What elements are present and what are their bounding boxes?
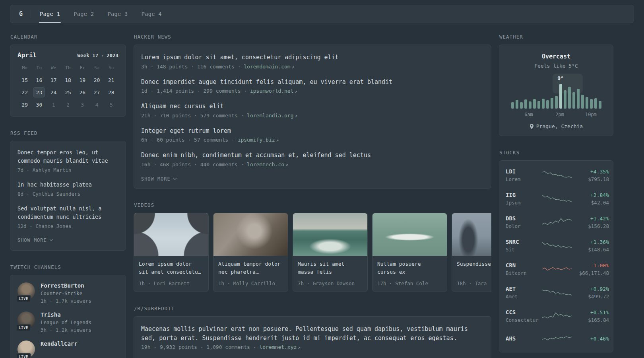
news-item-stats: 19h · 9,932 points · 1,090 comments · [141, 344, 259, 350]
stock-name: Dolor [506, 223, 540, 229]
stock-sparkline [542, 240, 572, 252]
video-title[interactable]: Nullam posuere cursus ex [372, 256, 447, 277]
left-column: CALENDAR April Week 17 • 2024 MoTuWeThFr… [10, 34, 126, 358]
stock-change: +0.51% [574, 309, 609, 315]
calendar-day-number: 28 [105, 87, 117, 97]
video-title[interactable]: Aliquam tempor dolor nec pharetra… [213, 256, 288, 277]
news-item: Donec enim nibh, condimentum et accumsan… [141, 151, 484, 167]
weather-time-label: 10pm [585, 112, 597, 117]
calendar-month: April [17, 51, 37, 59]
video-card[interactable]: Mauris sit amet massa felis7h · Grayson … [293, 213, 368, 292]
stock-values: +0.51%$165.84 [574, 309, 609, 323]
news-item-domain-link[interactable]: loremdomain.com↗ [244, 64, 294, 70]
rss-item: Donec tempor eros leo, ut commodo mauris… [17, 148, 118, 173]
rss-show-more-button[interactable]: SHOW MORE [17, 237, 52, 243]
rss-item-title[interactable]: Sed volutpat nulla nisl, a condimentum n… [17, 204, 118, 221]
stock-ticker: AHS [506, 335, 540, 342]
subreddit-widget: Maecenas mollis pulvinar erat non posuer… [134, 316, 491, 358]
channel-name[interactable]: KendallCarr [41, 340, 78, 347]
app-logo[interactable]: G [19, 10, 23, 18]
right-column: WEATHER Overcast Feels like 5°C 9° 6am 2… [499, 34, 613, 358]
rss-item-meta: 8d · Cynthia Saunders [17, 191, 118, 197]
weather-bar [581, 95, 584, 109]
calendar-day-number: 1 [48, 99, 60, 110]
channel-name[interactable]: ForrestBurton [41, 282, 91, 289]
news-item-title[interactable]: Donec imperdiet augue tincidunt felis al… [141, 78, 484, 87]
calendar-day: 4 [89, 99, 104, 111]
hacker-news-show-more-button[interactable]: SHOW MORE [141, 176, 176, 182]
news-item-domain-link[interactable]: loremnet.xyz↗ [259, 344, 301, 350]
weather-bar [516, 100, 518, 109]
external-link-icon: ↗ [295, 113, 298, 119]
twitch-channel[interactable]: LIVETrishaLeague of Legends3h · 1.2k vie… [17, 311, 118, 333]
video-meta: 17h · Stefan Cole [372, 276, 447, 292]
stock-values: +1.42%$156.28 [574, 216, 609, 229]
news-item-domain-link[interactable]: loremtech.co↗ [247, 161, 288, 167]
twitch-channel[interactable]: LIVEKendallCarr [17, 340, 118, 358]
rss-item-title[interactable]: Donec tempor eros leo, ut commodo mauris… [17, 148, 118, 165]
calendar-day: 21 [104, 74, 118, 86]
video-card[interactable]: Aliquam tempor dolor nec pharetra…1h · M… [213, 213, 288, 292]
news-item-domain-link[interactable]: ipsumify.biz↗ [238, 137, 279, 143]
news-item-title[interactable]: Integer eget rutrum lorem [141, 126, 484, 136]
news-item-title[interactable]: Lorem ipsum dolor sit amet, consectetur … [141, 53, 484, 62]
weather-bar [594, 98, 597, 109]
page: G Page 1Page 2Page 3Page 4 CALENDAR Apri… [0, 0, 644, 358]
channel-name[interactable]: Trisha [41, 311, 91, 318]
stock-row[interactable]: DBSDolor+1.42%$156.28 [499, 210, 613, 234]
news-item-meta: 1d · 1,414 points · 299 comments · ipsum… [141, 88, 484, 94]
news-item-stats: 6h · 60 points · 57 comments · [141, 137, 238, 143]
videos-section-title: VIDEOS [134, 202, 491, 208]
domain-text: ipsumify.biz [238, 137, 275, 143]
stock-row[interactable]: LDILorem+4.35%$795.18 [499, 163, 613, 187]
tab-page-1[interactable]: Page 1 [39, 5, 61, 23]
subreddit-section-title: /R/SUBREDDIT [134, 305, 491, 311]
news-item-title[interactable]: Donec enim nibh, condimentum et accumsan… [141, 151, 484, 160]
video-card[interactable]: Nullam posuere cursus ex17h · Stefan Col… [372, 213, 447, 292]
news-item-meta: 3h · 148 points · 116 comments · loremdo… [141, 64, 484, 70]
stock-ticker: SNRC [506, 239, 540, 245]
twitch-channel[interactable]: LIVEForrestBurtonCounter-Strike1h · 1.7k… [17, 282, 118, 304]
tab-page-4[interactable]: Page 4 [141, 5, 163, 23]
stock-row[interactable]: IIGIpsum+2.84%$42.04 [499, 187, 613, 210]
rss-section-title: RSS FEED [10, 130, 126, 136]
calendar-dow-label: Tu [32, 63, 46, 74]
stock-row[interactable]: SNRCSit+1.36%$148.64 [499, 234, 613, 257]
video-title[interactable]: Mauris sit amet massa felis [293, 256, 367, 277]
stock-row[interactable]: AETAmet+0.92%$499.72 [499, 281, 613, 304]
external-link-icon: ↗ [276, 138, 279, 143]
video-title[interactable]: Lorem ipsum dolor sit amet consectetu… [134, 256, 208, 277]
live-badge: LIVE [16, 295, 31, 302]
calendar-dow-label: Fr [75, 63, 89, 74]
stock-name: Consectetur [506, 317, 540, 323]
calendar-dow-label: Th [61, 63, 75, 74]
calendar-day-number: 26 [76, 87, 88, 97]
stock-row[interactable]: CRNBitcorn-1.00%$66,171.48 [499, 257, 613, 281]
stock-row[interactable]: CCSConsectetur+0.51%$165.84 [499, 304, 613, 328]
video-meta: 1h · Molly Carrillo [213, 276, 288, 292]
video-card[interactable]: Suspendisse diam18h · Tara [452, 213, 491, 292]
news-item-domain-link[interactable]: ipsumworld.net↗ [250, 88, 297, 94]
channel-category: Counter-Strike [41, 290, 91, 296]
news-item-title[interactable]: Maecenas mollis pulvinar erat non posuer… [141, 325, 484, 342]
stock-identity: LDILorem [506, 168, 540, 182]
video-title[interactable]: Suspendisse diam [452, 256, 491, 277]
tab-page-3[interactable]: Page 3 [107, 5, 128, 23]
stock-row[interactable]: AHS+0.46% [499, 328, 613, 349]
calendar-day-number: 22 [19, 87, 31, 97]
stock-ticker: CCS [506, 309, 540, 315]
video-card[interactable]: Lorem ipsum dolor sit amet consectetu…1h… [134, 213, 209, 292]
stock-identity: AHS [506, 335, 540, 342]
stock-price: $156.28 [574, 223, 609, 229]
location-pin-icon [530, 124, 534, 129]
rss-item-title[interactable]: In hac habitasse platea [17, 181, 118, 189]
stock-identity: CRNBitcorn [506, 262, 540, 276]
calendar-dow-label: Su [104, 63, 118, 74]
weather-bar [559, 84, 562, 109]
tab-page-2[interactable]: Page 2 [73, 5, 95, 23]
news-item-title[interactable]: Aliquam nec cursus elit [141, 102, 484, 111]
news-item-domain-link[interactable]: loremlandia.org↗ [247, 113, 297, 119]
middle-column: HACKER NEWS Lorem ipsum dolor sit amet, … [134, 34, 491, 358]
rss-item-meta: 7d · Ashlyn Martin [17, 167, 118, 173]
weather-bar [590, 99, 593, 109]
